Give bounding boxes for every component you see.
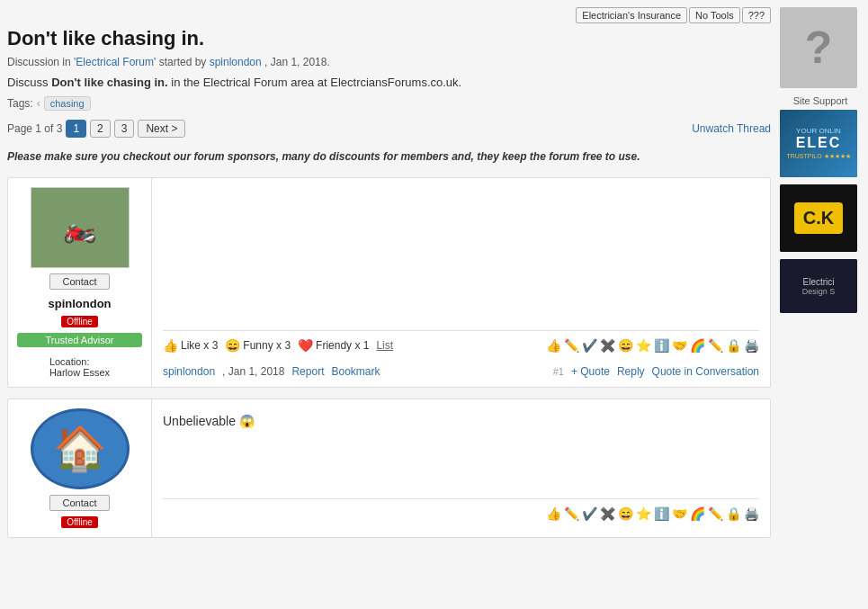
page-info: Page 1 of 3 <box>7 122 62 135</box>
post-1-author-link[interactable]: spinlondon <box>163 365 215 378</box>
p2-lock-icon[interactable]: 🔒 <box>726 506 741 521</box>
sidebar-ad-more[interactable]: Electrici Design S <box>780 259 857 313</box>
post-1-location: Location: Harlow Essex <box>49 356 110 378</box>
post-1-action-icons: 👍 ✏️ ✔️ ✖️ 😄 ⭐ ℹ️ 🤝 🌈 ✏️ 🔒 🖨️ <box>546 338 759 353</box>
page-1-button[interactable]: 1 <box>66 120 86 138</box>
pagination-row: Page 1 of 3 1 2 3 Next > Unwatch Thread <box>7 120 771 138</box>
post-1-quote-conv-link[interactable]: Quote in Conversation <box>652 365 759 378</box>
post-1-username: spinlondon <box>48 297 111 310</box>
post-1-trusted-advisor[interactable]: Trusted Advisor <box>17 333 142 347</box>
post-2-reactions: 👍 ✏️ ✔️ ✖️ 😄 ⭐ ℹ️ 🤝 🌈 ✏️ 🔒 🖨️ <box>163 506 759 521</box>
page-2-button[interactable]: 2 <box>90 120 111 138</box>
reactions-list-link[interactable]: List <box>376 339 393 352</box>
next-page-button[interactable]: Next > <box>138 120 185 138</box>
unwatch-button[interactable]: Unwatch Thread <box>692 122 771 135</box>
sidebar: ? Site Support YOUR ONLIN ELEC TRUSTPILO… <box>780 7 861 549</box>
p2-check-icon[interactable]: ✔️ <box>582 506 597 521</box>
p2-cross-icon[interactable]: ✖️ <box>600 506 615 521</box>
post-2-action-icons: 👍 ✏️ ✔️ ✖️ 😄 ⭐ ℹ️ 🤝 🌈 ✏️ 🔒 🖨️ <box>546 506 759 521</box>
post-1-reactions: 👍 Like x 3 😄 Funny x 3 ❤️ Friendy x 1 Li… <box>163 338 759 353</box>
post-2-user-panel: 🏠 Contact Offline <box>8 399 152 537</box>
p2-print-icon[interactable]: 🖨️ <box>744 506 759 521</box>
post-1-avatar: 🏍️ <box>31 187 130 268</box>
print-icon[interactable]: 🖨️ <box>744 338 759 353</box>
post-1-number: #1 <box>553 366 564 377</box>
p2-handshake-icon[interactable]: 🤝 <box>672 506 687 521</box>
tag-arrow: ‹ <box>37 97 40 110</box>
p2-star-icon[interactable]: ⭐ <box>636 506 651 521</box>
pencil-icon[interactable]: ✏️ <box>708 338 723 353</box>
ck-logo-text: C.K <box>803 208 834 228</box>
tags-row: Tags: ‹ chasing <box>7 96 771 111</box>
thread-meta: Discussion in 'Electrical Forum' started… <box>7 56 771 68</box>
sidebar-question-placeholder: ? <box>780 7 857 88</box>
thumbsup-icon[interactable]: 👍 <box>546 338 561 353</box>
ad-elec-trustpilot: TRUSTPILO ★★★★★ <box>786 153 850 160</box>
post-1-bookmark-link[interactable]: Bookmark <box>331 365 380 378</box>
p2-thumbsup-icon[interactable]: 👍 <box>546 506 561 521</box>
post-1-footer-right: #1 + Quote Reply Quote in Conversation <box>553 365 759 378</box>
sidebar-ad-ck[interactable]: C.K <box>780 184 857 252</box>
info-icon[interactable]: ℹ️ <box>654 338 669 353</box>
tags-label: Tags: <box>7 97 33 110</box>
forum-link[interactable]: 'Electrical Forum' <box>74 56 156 68</box>
thread-description: Discuss Don't like chasing in. in the El… <box>7 76 771 89</box>
post-1-content <box>163 187 759 327</box>
p2-funny-icon[interactable]: 😄 <box>618 506 633 521</box>
post-1-body: 👍 Like x 3 😄 Funny x 3 ❤️ Friendy x 1 Li… <box>152 178 770 387</box>
sponsor-notice: Please make sure you checkout our forum … <box>7 147 771 166</box>
handshake-icon[interactable]: 🤝 <box>672 338 687 353</box>
post-1-quote-link[interactable]: + Quote <box>571 365 610 378</box>
like-reaction: 👍 Like x 3 <box>163 338 218 353</box>
ad-more-text: Electrici Design S <box>802 277 836 296</box>
check-icon[interactable]: ✔️ <box>582 338 597 353</box>
extra-button[interactable]: ??? <box>742 7 771 23</box>
ad-elec-title: ELEC <box>796 135 842 151</box>
post-1-report-link[interactable]: Report <box>291 365 324 378</box>
p2-pencil-icon[interactable]: ✏️ <box>708 506 723 521</box>
rainbow-icon[interactable]: 🌈 <box>690 338 705 353</box>
post-2: 🏠 Contact Offline Unbelievable 😱 👍 ✏️ ✔️… <box>7 399 771 538</box>
p2-info-icon[interactable]: ℹ️ <box>654 506 669 521</box>
post-1-footer: spinlondon , Jan 1, 2018 Report Bookmark… <box>163 365 759 378</box>
post-1-user-panel: 🏍️ Contact spinlondon Offline Trusted Ad… <box>8 178 152 387</box>
edit-icon[interactable]: ✏️ <box>564 338 579 353</box>
post-1-footer-left: spinlondon , Jan 1, 2018 Report Bookmark <box>163 365 380 378</box>
post-2-avatar: 🏠 <box>31 408 130 489</box>
site-support-label: Site Support <box>780 95 861 106</box>
p2-rainbow-icon[interactable]: 🌈 <box>690 506 705 521</box>
post-1-contact-button[interactable]: Contact <box>49 273 111 290</box>
thread-title: Don't like chasing in. <box>7 27 771 50</box>
p2-edit-icon[interactable]: ✏️ <box>564 506 579 521</box>
cross-icon[interactable]: ✖️ <box>600 338 615 353</box>
ad-elec-subtitle: YOUR ONLIN <box>796 127 841 135</box>
friendly-reaction: ❤️ Friendy x 1 <box>298 338 369 353</box>
post-2-content: Unbelievable 😱 <box>163 408 759 495</box>
lock-icon[interactable]: 🔒 <box>726 338 741 353</box>
ck-logo-container: C.K <box>794 202 843 234</box>
post-1: 🏍️ Contact spinlondon Offline Trusted Ad… <box>7 177 771 388</box>
funny-reaction: 😄 Funny x 3 <box>225 338 291 353</box>
post-2-contact-button[interactable]: Contact <box>49 495 111 511</box>
post-1-offline-badge: Offline <box>61 316 98 327</box>
post-1-reply-link[interactable]: Reply <box>617 365 645 378</box>
star-icon[interactable]: ⭐ <box>636 338 651 353</box>
post-2-offline-badge: Offline <box>61 516 98 528</box>
author-link[interactable]: spinlondon <box>210 56 262 68</box>
insurance-button[interactable]: Electrician's Insurance <box>576 7 687 23</box>
top-bar: Electrician's Insurance No Tools ??? <box>7 7 771 23</box>
notools-button[interactable]: No Tools <box>689 7 740 23</box>
tag-chasing[interactable]: chasing <box>44 96 91 111</box>
funny-icon[interactable]: 😄 <box>618 338 633 353</box>
page-3-button[interactable]: 3 <box>114 120 135 138</box>
post-2-body: Unbelievable 😱 👍 ✏️ ✔️ ✖️ 😄 ⭐ ℹ️ 🤝 🌈 <box>152 399 770 537</box>
sidebar-ad-electrician[interactable]: YOUR ONLIN ELEC TRUSTPILO ★★★★★ <box>780 110 857 177</box>
pagination-left: Page 1 of 3 1 2 3 Next > <box>7 120 185 138</box>
